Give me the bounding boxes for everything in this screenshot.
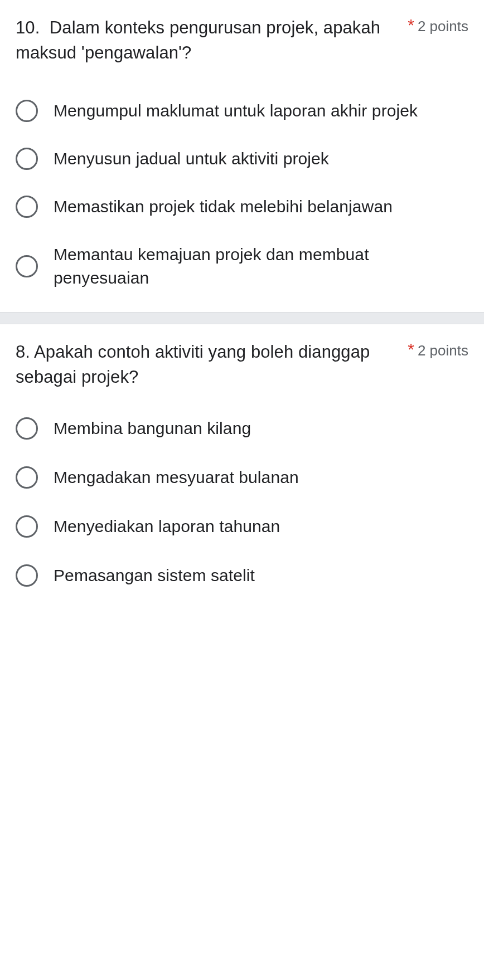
- option-text: Pemasangan sistem satelit: [54, 564, 255, 587]
- header-right: * 2 points: [408, 340, 468, 359]
- points-label: 2 points: [418, 16, 468, 35]
- option-row[interactable]: Mengumpul maklumat untuk laporan akhir p…: [16, 99, 468, 123]
- header-right: * 2 points: [408, 16, 468, 35]
- question-body: Dalam konteks pengurusan projek, apakah …: [16, 18, 380, 62]
- radio-button[interactable]: [16, 417, 38, 440]
- options-list: Mengumpul maklumat untuk laporan akhir p…: [16, 99, 468, 290]
- option-row[interactable]: Membina bangunan kilang: [16, 417, 468, 440]
- radio-button[interactable]: [16, 100, 38, 122]
- options-list: Membina bangunan kilang Mengadakan mesyu…: [16, 417, 468, 587]
- question-text: 8. Apakah contoh aktiviti yang boleh dia…: [16, 340, 408, 390]
- option-text: Menyusun jadual untuk aktiviti projek: [54, 147, 329, 170]
- option-row[interactable]: Menyediakan laporan tahunan: [16, 515, 468, 538]
- points-label: 2 points: [418, 340, 468, 359]
- option-text: Mengadakan mesyuarat bulanan: [54, 466, 299, 489]
- option-text: Mengumpul maklumat untuk laporan akhir p…: [54, 99, 418, 123]
- option-text: Membina bangunan kilang: [54, 417, 251, 440]
- question-text: 10. Dalam konteks pengurusan projek, apa…: [16, 16, 408, 66]
- question-card-10: 10. Dalam konteks pengurusan projek, apa…: [0, 0, 484, 312]
- option-row[interactable]: Mengadakan mesyuarat bulanan: [16, 466, 468, 489]
- option-text: Memantau kemajuan projek dan membuat pen…: [54, 243, 468, 290]
- radio-button[interactable]: [16, 564, 38, 587]
- question-number: 10.: [16, 18, 40, 37]
- radio-button[interactable]: [16, 255, 38, 277]
- question-body: Apakah contoh aktiviti yang boleh diangg…: [16, 342, 370, 387]
- radio-button[interactable]: [16, 148, 38, 170]
- radio-button[interactable]: [16, 466, 38, 489]
- option-row[interactable]: Menyusun jadual untuk aktiviti projek: [16, 147, 468, 170]
- option-row[interactable]: Memantau kemajuan projek dan membuat pen…: [16, 243, 468, 290]
- required-asterisk: *: [408, 16, 414, 35]
- question-header: 8. Apakah contoh aktiviti yang boleh dia…: [16, 340, 468, 390]
- option-row[interactable]: Memastikan projek tidak melebihi belanja…: [16, 195, 468, 218]
- radio-button[interactable]: [16, 515, 38, 538]
- required-asterisk: *: [408, 340, 414, 359]
- option-row[interactable]: Pemasangan sistem satelit: [16, 564, 468, 587]
- option-text: Menyediakan laporan tahunan: [54, 515, 280, 538]
- option-text: Memastikan projek tidak melebihi belanja…: [54, 195, 393, 218]
- card-divider: [0, 312, 484, 324]
- radio-button[interactable]: [16, 196, 38, 218]
- question-number: 8.: [16, 342, 30, 362]
- question-header: 10. Dalam konteks pengurusan projek, apa…: [16, 16, 468, 66]
- question-card-8: 8. Apakah contoh aktiviti yang boleh dia…: [0, 324, 484, 610]
